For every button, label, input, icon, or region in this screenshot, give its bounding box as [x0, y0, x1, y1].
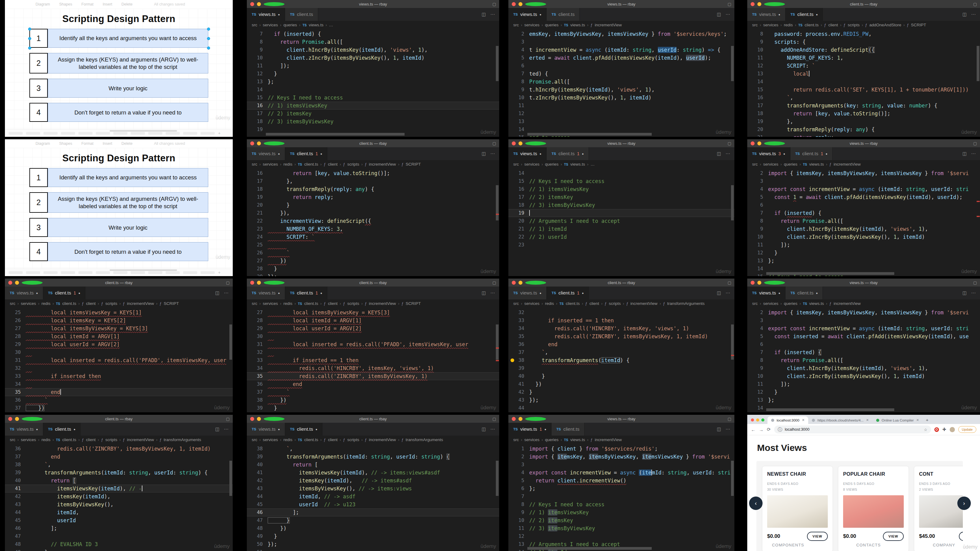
close-button[interactable] — [751, 141, 755, 145]
breadcrumb-item[interactable]: services — [263, 23, 278, 27]
vertical-scrollbar[interactable] — [229, 461, 232, 496]
breadcrumb-item[interactable]: addOneAndStore — [869, 23, 901, 27]
selection-handle[interactable] — [207, 46, 210, 49]
breadcrumb-item[interactable]: src — [752, 23, 758, 27]
breadcrumb-item[interactable]: src — [513, 437, 519, 442]
more-actions-icon[interactable]: ⋯ — [725, 12, 730, 17]
zoom-button[interactable] — [525, 2, 546, 6]
split-editor-icon[interactable]: ◫ — [215, 426, 220, 432]
page-tab[interactable] — [43, 271, 57, 274]
breadcrumb-item[interactable]: src — [513, 162, 519, 167]
close-button[interactable] — [512, 2, 516, 6]
breadcrumb-item[interactable]: redis — [283, 162, 293, 167]
breadcrumb-item[interactable]: views.ts — [309, 23, 323, 27]
back-icon[interactable]: ← — [751, 427, 756, 432]
breadcrumb-item[interactable]: incrementView — [834, 162, 861, 167]
extensions-puzzle-icon[interactable]: ✚ — [942, 427, 946, 432]
browser-tab[interactable]: localhost:3000✕ — [767, 416, 808, 424]
browser-tab[interactable]: Online Lua Compiler✕ — [872, 416, 923, 424]
page-tabs-scrollbar[interactable] — [110, 269, 177, 271]
menu-item-diagram[interactable]: Diagram — [35, 141, 50, 146]
step-row-4[interactable]: 4Don't forget to return a value if you n… — [29, 103, 208, 122]
menu-item-insert[interactable]: Insert — [103, 141, 112, 146]
breadcrumb-item[interactable]: client.ts — [304, 162, 318, 167]
split-editor-icon[interactable]: ◫ — [963, 151, 967, 156]
zoom-button[interactable] — [525, 417, 546, 421]
close-button[interactable] — [512, 141, 516, 145]
vertical-scrollbar[interactable] — [731, 324, 734, 360]
breadcrumb-item[interactable]: client — [590, 301, 599, 306]
breadcrumb-item[interactable]: views.ts — [570, 162, 585, 167]
more-actions-icon[interactable]: ⋯ — [971, 290, 976, 296]
tab-close-icon[interactable]: ✕ — [916, 418, 919, 422]
close-button[interactable] — [751, 418, 754, 421]
minimize-button[interactable] — [519, 141, 522, 145]
breadcrumb-item[interactable]: scripts — [609, 301, 621, 306]
step-row-2[interactable]: 2Assign the keys (KEYS) and arguments (A… — [29, 192, 208, 213]
editor-tab-client-ts[interactable]: TSclient.ts● — [786, 8, 823, 21]
more-actions-icon[interactable]: ⋯ — [725, 426, 730, 432]
horizontal-scrollbar[interactable] — [527, 133, 652, 136]
vertical-scrollbar[interactable] — [496, 461, 499, 496]
selection-handle[interactable] — [207, 27, 210, 30]
page-tab[interactable] — [200, 271, 215, 274]
refresh-icon[interactable]: ⟳ — [767, 427, 771, 432]
page-tab[interactable] — [96, 271, 110, 274]
split-editor-icon[interactable]: ◫ — [482, 12, 486, 17]
breadcrumb-item[interactable]: services — [263, 301, 278, 306]
editor-tab-views-ts[interactable]: TSviews.ts● — [747, 286, 786, 299]
vertical-scrollbar[interactable] — [229, 324, 232, 360]
editor-tab-client-ts[interactable]: TSclient.ts — [285, 8, 318, 21]
more-actions-icon[interactable]: ⋯ — [490, 151, 495, 156]
menu-item-delete[interactable]: Delete — [122, 141, 133, 146]
zoom-button[interactable] — [264, 2, 285, 6]
more-actions-icon[interactable]: ⋯ — [725, 290, 730, 296]
page-tab[interactable] — [183, 271, 197, 274]
breadcrumb-item[interactable]: scripts — [347, 437, 359, 442]
zoom-button[interactable] — [764, 2, 785, 6]
close-button[interactable] — [512, 281, 516, 285]
breadcrumb-item[interactable]: client — [328, 437, 338, 442]
breadcrumb-item[interactable]: src — [752, 301, 758, 306]
menu-item-format[interactable]: Format — [81, 141, 94, 146]
breadcrumb-item[interactable]: redis — [283, 301, 293, 306]
minimize-button[interactable] — [519, 417, 522, 421]
selection-handle[interactable] — [28, 27, 31, 30]
split-editor-icon[interactable]: ◫ — [482, 426, 486, 432]
breadcrumb-item[interactable]: client — [86, 301, 96, 306]
breadcrumb-item[interactable]: … — [590, 162, 595, 167]
breadcrumb-item[interactable]: client.ts — [805, 23, 819, 27]
breadcrumb-item[interactable]: queries — [545, 23, 558, 27]
minimize-button[interactable] — [757, 141, 761, 145]
close-button[interactable] — [751, 281, 755, 285]
editor-tab-client-ts[interactable]: TSclient.ts● — [285, 423, 323, 436]
zoom-button[interactable] — [22, 281, 43, 285]
breadcrumb-item[interactable]: incrementView — [127, 437, 154, 442]
step-row-3[interactable]: 3Write your logic — [29, 79, 208, 98]
breadcrumb-item[interactable]: src — [10, 301, 15, 306]
extension-icon[interactable]: O — [934, 427, 939, 432]
close-button[interactable] — [250, 2, 254, 6]
footer-link[interactable]: CONTACTS — [856, 543, 881, 547]
vertical-scrollbar[interactable] — [731, 461, 734, 496]
selection-handle[interactable] — [28, 46, 31, 49]
forward-icon[interactable]: → — [759, 427, 764, 432]
split-editor-icon[interactable]: ◫ — [717, 426, 721, 432]
split-editor-icon[interactable]: ◫ — [963, 12, 967, 17]
lightbulb-icon[interactable] — [511, 359, 514, 362]
zoom-button[interactable] — [764, 141, 785, 145]
close-button[interactable] — [8, 417, 12, 421]
vertical-scrollbar[interactable] — [496, 324, 499, 360]
page-tab[interactable] — [61, 271, 75, 274]
vertical-scrollbar[interactable] — [977, 46, 979, 81]
site-info-icon[interactable]: ⓘ — [778, 427, 783, 432]
horizontal-scrollbar[interactable] — [527, 547, 652, 550]
breadcrumb-item[interactable]: incrementView — [369, 437, 396, 442]
breadcrumb-item[interactable]: … — [329, 23, 333, 27]
editor-tab-views-ts[interactable]: TSviews.ts● — [247, 286, 285, 299]
more-actions-icon[interactable]: ⋯ — [224, 290, 229, 296]
add-page-button[interactable]: + — [218, 270, 221, 275]
split-editor-icon[interactable]: ◫ — [482, 290, 486, 296]
breadcrumb-item[interactable]: queries — [545, 162, 558, 167]
page-tab[interactable] — [9, 132, 23, 135]
